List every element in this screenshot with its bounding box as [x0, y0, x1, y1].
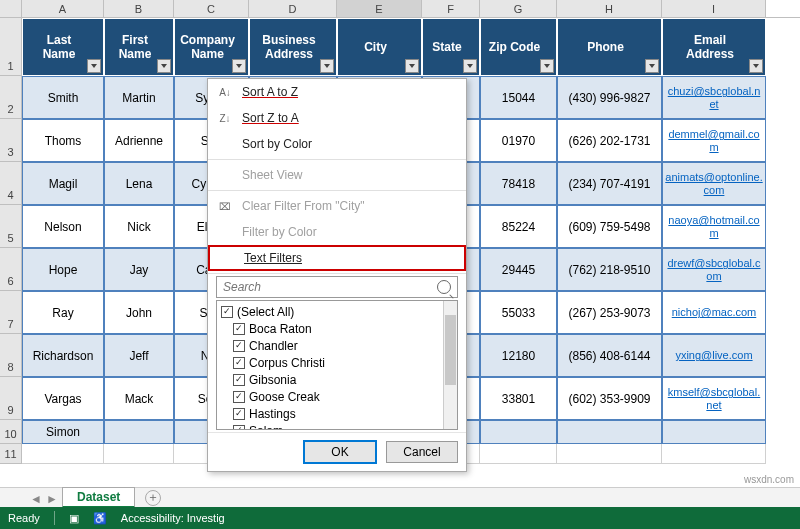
- list-item[interactable]: Hastings: [221, 405, 455, 422]
- list-item[interactable]: Boca Raton: [221, 320, 455, 337]
- cell[interactable]: 85224: [480, 205, 557, 248]
- search-input[interactable]: [223, 280, 437, 294]
- filter-icon[interactable]: [749, 59, 763, 73]
- cell-email[interactable]: animats@optonline.com: [662, 162, 766, 205]
- filter-icon[interactable]: [232, 59, 246, 73]
- cell[interactable]: John: [104, 291, 174, 334]
- cell[interactable]: (762) 218-9510: [557, 248, 662, 291]
- cell[interactable]: (430) 996-9827: [557, 76, 662, 119]
- row-header[interactable]: 10: [0, 420, 22, 444]
- menu-sort-za[interactable]: Z↓Sort Z to A: [208, 105, 466, 131]
- checkbox-icon[interactable]: [233, 340, 245, 352]
- macro-record-icon[interactable]: ▣: [69, 512, 79, 525]
- row-header-1[interactable]: 1: [0, 18, 22, 76]
- list-item[interactable]: Chandler: [221, 337, 455, 354]
- cell[interactable]: (602) 353-9909: [557, 377, 662, 420]
- accessibility-icon[interactable]: ♿: [93, 512, 107, 525]
- cell-email[interactable]: nichoj@mac.com: [662, 291, 766, 334]
- empty-cell[interactable]: [480, 444, 557, 464]
- cell[interactable]: Jeff: [104, 334, 174, 377]
- filter-icon[interactable]: [540, 59, 554, 73]
- cell[interactable]: Martin: [104, 76, 174, 119]
- row-header[interactable]: 11: [0, 444, 22, 464]
- filter-icon[interactable]: [157, 59, 171, 73]
- filter-icon[interactable]: [320, 59, 334, 73]
- cell[interactable]: [104, 420, 174, 444]
- filter-value-list[interactable]: (Select All) Boca Raton Chandler Corpus …: [216, 300, 458, 430]
- list-item[interactable]: Corpus Christi: [221, 354, 455, 371]
- cell[interactable]: Magil: [22, 162, 104, 205]
- col-letter-H[interactable]: H: [557, 0, 662, 17]
- checkbox-icon[interactable]: [221, 306, 233, 318]
- cell[interactable]: (856) 408-6144: [557, 334, 662, 377]
- col-letter-A[interactable]: A: [22, 0, 104, 17]
- col-letter-I[interactable]: I: [662, 0, 766, 17]
- cell[interactable]: Vargas: [22, 377, 104, 420]
- col-letter-E[interactable]: E: [337, 0, 422, 17]
- row-header[interactable]: 8: [0, 334, 22, 377]
- cell[interactable]: 12180: [480, 334, 557, 377]
- cell[interactable]: 55033: [480, 291, 557, 334]
- empty-cell[interactable]: [22, 444, 104, 464]
- empty-cell[interactable]: [104, 444, 174, 464]
- cell[interactable]: Ray: [22, 291, 104, 334]
- checkbox-icon[interactable]: [233, 323, 245, 335]
- checkbox-icon[interactable]: [233, 391, 245, 403]
- status-accessibility[interactable]: Accessibility: Investig: [121, 512, 225, 524]
- cell[interactable]: Adrienne: [104, 119, 174, 162]
- cell[interactable]: 78418: [480, 162, 557, 205]
- filter-icon[interactable]: [645, 59, 659, 73]
- checkbox-icon[interactable]: [233, 357, 245, 369]
- cell-email[interactable]: demmel@gmail.com: [662, 119, 766, 162]
- ok-button[interactable]: OK: [304, 441, 376, 463]
- col-letter-B[interactable]: B: [104, 0, 174, 17]
- search-box[interactable]: [216, 276, 458, 298]
- cell[interactable]: Simon: [22, 420, 104, 444]
- col-letter-G[interactable]: G: [480, 0, 557, 17]
- tab-nav-next-icon[interactable]: ►: [46, 492, 58, 504]
- row-header[interactable]: 3: [0, 119, 22, 162]
- cell[interactable]: 15044: [480, 76, 557, 119]
- list-item[interactable]: Gibsonia: [221, 371, 455, 388]
- row-header[interactable]: 9: [0, 377, 22, 420]
- cell[interactable]: (234) 707-4191: [557, 162, 662, 205]
- row-header[interactable]: 6: [0, 248, 22, 291]
- cell[interactable]: Jay: [104, 248, 174, 291]
- cancel-button[interactable]: Cancel: [386, 441, 458, 463]
- empty-cell[interactable]: [557, 444, 662, 464]
- cell[interactable]: [557, 420, 662, 444]
- cell[interactable]: Nick: [104, 205, 174, 248]
- checkbox-icon[interactable]: [233, 425, 245, 431]
- row-header[interactable]: 5: [0, 205, 22, 248]
- cell[interactable]: (267) 253-9073: [557, 291, 662, 334]
- checkbox-icon[interactable]: [233, 374, 245, 386]
- scrollbar[interactable]: [443, 301, 457, 429]
- tab-nav-prev-icon[interactable]: ◄: [30, 492, 42, 504]
- cell[interactable]: (609) 759-5498: [557, 205, 662, 248]
- cell[interactable]: Smith: [22, 76, 104, 119]
- menu-sort-by-color[interactable]: Sort by Color: [208, 131, 466, 157]
- menu-text-filters[interactable]: Text Filters: [208, 245, 466, 271]
- cell[interactable]: 29445: [480, 248, 557, 291]
- cell-email[interactable]: naoya@hotmail.com: [662, 205, 766, 248]
- select-all-corner[interactable]: [0, 0, 22, 17]
- cell[interactable]: Richardson: [22, 334, 104, 377]
- col-letter-D[interactable]: D: [249, 0, 337, 17]
- cell-email[interactable]: yxing@live.com: [662, 334, 766, 377]
- menu-sort-az[interactable]: A↓Sort A to Z: [208, 79, 466, 105]
- cell[interactable]: Lena: [104, 162, 174, 205]
- add-sheet-button[interactable]: ＋: [145, 490, 161, 506]
- cell[interactable]: [480, 420, 557, 444]
- cell[interactable]: Hope: [22, 248, 104, 291]
- cell[interactable]: (626) 202-1731: [557, 119, 662, 162]
- filter-icon[interactable]: [405, 59, 419, 73]
- cell[interactable]: Mack: [104, 377, 174, 420]
- row-header[interactable]: 2: [0, 76, 22, 119]
- filter-icon[interactable]: [87, 59, 101, 73]
- cell-email[interactable]: chuzi@sbcglobal.net: [662, 76, 766, 119]
- cell[interactable]: [662, 420, 766, 444]
- filter-icon[interactable]: [463, 59, 477, 73]
- cell[interactable]: Nelson: [22, 205, 104, 248]
- list-item[interactable]: Goose Creak: [221, 388, 455, 405]
- cell[interactable]: 33801: [480, 377, 557, 420]
